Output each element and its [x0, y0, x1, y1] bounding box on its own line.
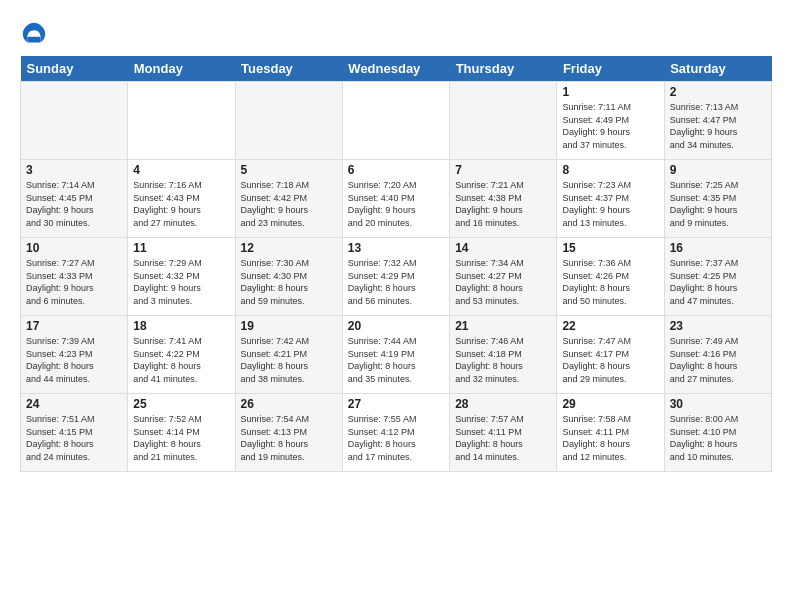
day-cell: 19Sunrise: 7:42 AM Sunset: 4:21 PM Dayli… [235, 316, 342, 394]
day-cell: 6Sunrise: 7:20 AM Sunset: 4:40 PM Daylig… [342, 160, 449, 238]
day-number: 19 [241, 319, 337, 333]
day-number: 3 [26, 163, 122, 177]
day-header-tuesday: Tuesday [235, 56, 342, 82]
day-info: Sunrise: 7:11 AM Sunset: 4:49 PM Dayligh… [562, 102, 631, 150]
day-cell: 16Sunrise: 7:37 AM Sunset: 4:25 PM Dayli… [664, 238, 771, 316]
day-header-monday: Monday [128, 56, 235, 82]
day-number: 21 [455, 319, 551, 333]
day-number: 20 [348, 319, 444, 333]
day-cell: 7Sunrise: 7:21 AM Sunset: 4:38 PM Daylig… [450, 160, 557, 238]
day-cell: 17Sunrise: 7:39 AM Sunset: 4:23 PM Dayli… [21, 316, 128, 394]
day-info: Sunrise: 7:23 AM Sunset: 4:37 PM Dayligh… [562, 180, 631, 228]
day-cell [21, 82, 128, 160]
week-row-2: 3Sunrise: 7:14 AM Sunset: 4:45 PM Daylig… [21, 160, 772, 238]
day-cell: 1Sunrise: 7:11 AM Sunset: 4:49 PM Daylig… [557, 82, 664, 160]
day-number: 14 [455, 241, 551, 255]
day-number: 2 [670, 85, 766, 99]
day-info: Sunrise: 7:20 AM Sunset: 4:40 PM Dayligh… [348, 180, 417, 228]
day-cell: 9Sunrise: 7:25 AM Sunset: 4:35 PM Daylig… [664, 160, 771, 238]
header [20, 20, 772, 48]
day-number: 8 [562, 163, 658, 177]
day-number: 30 [670, 397, 766, 411]
day-number: 7 [455, 163, 551, 177]
day-number: 16 [670, 241, 766, 255]
day-info: Sunrise: 7:47 AM Sunset: 4:17 PM Dayligh… [562, 336, 631, 384]
day-info: Sunrise: 7:51 AM Sunset: 4:15 PM Dayligh… [26, 414, 95, 462]
day-cell: 14Sunrise: 7:34 AM Sunset: 4:27 PM Dayli… [450, 238, 557, 316]
day-number: 15 [562, 241, 658, 255]
calendar-table: SundayMondayTuesdayWednesdayThursdayFrid… [20, 56, 772, 472]
day-info: Sunrise: 7:41 AM Sunset: 4:22 PM Dayligh… [133, 336, 202, 384]
day-info: Sunrise: 7:13 AM Sunset: 4:47 PM Dayligh… [670, 102, 739, 150]
day-info: Sunrise: 7:49 AM Sunset: 4:16 PM Dayligh… [670, 336, 739, 384]
day-number: 10 [26, 241, 122, 255]
logo [20, 20, 52, 48]
week-row-4: 17Sunrise: 7:39 AM Sunset: 4:23 PM Dayli… [21, 316, 772, 394]
day-cell [235, 82, 342, 160]
day-info: Sunrise: 7:25 AM Sunset: 4:35 PM Dayligh… [670, 180, 739, 228]
day-cell: 29Sunrise: 7:58 AM Sunset: 4:11 PM Dayli… [557, 394, 664, 472]
day-info: Sunrise: 7:37 AM Sunset: 4:25 PM Dayligh… [670, 258, 739, 306]
day-number: 26 [241, 397, 337, 411]
day-number: 23 [670, 319, 766, 333]
day-cell: 12Sunrise: 7:30 AM Sunset: 4:30 PM Dayli… [235, 238, 342, 316]
day-number: 18 [133, 319, 229, 333]
day-info: Sunrise: 7:58 AM Sunset: 4:11 PM Dayligh… [562, 414, 631, 462]
day-header-saturday: Saturday [664, 56, 771, 82]
day-cell [342, 82, 449, 160]
day-header-wednesday: Wednesday [342, 56, 449, 82]
day-cell: 2Sunrise: 7:13 AM Sunset: 4:47 PM Daylig… [664, 82, 771, 160]
day-cell: 25Sunrise: 7:52 AM Sunset: 4:14 PM Dayli… [128, 394, 235, 472]
day-info: Sunrise: 7:57 AM Sunset: 4:11 PM Dayligh… [455, 414, 524, 462]
day-number: 28 [455, 397, 551, 411]
day-cell: 5Sunrise: 7:18 AM Sunset: 4:42 PM Daylig… [235, 160, 342, 238]
day-info: Sunrise: 7:14 AM Sunset: 4:45 PM Dayligh… [26, 180, 95, 228]
day-cell: 23Sunrise: 7:49 AM Sunset: 4:16 PM Dayli… [664, 316, 771, 394]
logo-icon [20, 20, 48, 48]
day-number: 25 [133, 397, 229, 411]
day-number: 11 [133, 241, 229, 255]
day-number: 5 [241, 163, 337, 177]
day-info: Sunrise: 7:29 AM Sunset: 4:32 PM Dayligh… [133, 258, 202, 306]
day-info: Sunrise: 7:30 AM Sunset: 4:30 PM Dayligh… [241, 258, 310, 306]
day-number: 22 [562, 319, 658, 333]
day-info: Sunrise: 8:00 AM Sunset: 4:10 PM Dayligh… [670, 414, 739, 462]
svg-rect-0 [27, 37, 40, 43]
day-info: Sunrise: 7:46 AM Sunset: 4:18 PM Dayligh… [455, 336, 524, 384]
day-info: Sunrise: 7:18 AM Sunset: 4:42 PM Dayligh… [241, 180, 310, 228]
day-info: Sunrise: 7:27 AM Sunset: 4:33 PM Dayligh… [26, 258, 95, 306]
week-row-5: 24Sunrise: 7:51 AM Sunset: 4:15 PM Dayli… [21, 394, 772, 472]
day-cell: 24Sunrise: 7:51 AM Sunset: 4:15 PM Dayli… [21, 394, 128, 472]
week-row-1: 1Sunrise: 7:11 AM Sunset: 4:49 PM Daylig… [21, 82, 772, 160]
day-number: 1 [562, 85, 658, 99]
day-info: Sunrise: 7:21 AM Sunset: 4:38 PM Dayligh… [455, 180, 524, 228]
page: SundayMondayTuesdayWednesdayThursdayFrid… [0, 0, 792, 482]
day-cell: 27Sunrise: 7:55 AM Sunset: 4:12 PM Dayli… [342, 394, 449, 472]
day-info: Sunrise: 7:44 AM Sunset: 4:19 PM Dayligh… [348, 336, 417, 384]
day-info: Sunrise: 7:42 AM Sunset: 4:21 PM Dayligh… [241, 336, 310, 384]
day-number: 6 [348, 163, 444, 177]
day-cell: 21Sunrise: 7:46 AM Sunset: 4:18 PM Dayli… [450, 316, 557, 394]
day-cell: 8Sunrise: 7:23 AM Sunset: 4:37 PM Daylig… [557, 160, 664, 238]
day-info: Sunrise: 7:34 AM Sunset: 4:27 PM Dayligh… [455, 258, 524, 306]
day-cell: 13Sunrise: 7:32 AM Sunset: 4:29 PM Dayli… [342, 238, 449, 316]
day-cell: 22Sunrise: 7:47 AM Sunset: 4:17 PM Dayli… [557, 316, 664, 394]
day-number: 9 [670, 163, 766, 177]
day-cell: 15Sunrise: 7:36 AM Sunset: 4:26 PM Dayli… [557, 238, 664, 316]
week-row-3: 10Sunrise: 7:27 AM Sunset: 4:33 PM Dayli… [21, 238, 772, 316]
day-header-friday: Friday [557, 56, 664, 82]
day-number: 17 [26, 319, 122, 333]
day-number: 12 [241, 241, 337, 255]
day-info: Sunrise: 7:52 AM Sunset: 4:14 PM Dayligh… [133, 414, 202, 462]
day-cell [128, 82, 235, 160]
day-cell: 30Sunrise: 8:00 AM Sunset: 4:10 PM Dayli… [664, 394, 771, 472]
day-number: 13 [348, 241, 444, 255]
day-cell: 3Sunrise: 7:14 AM Sunset: 4:45 PM Daylig… [21, 160, 128, 238]
day-cell: 26Sunrise: 7:54 AM Sunset: 4:13 PM Dayli… [235, 394, 342, 472]
day-header-thursday: Thursday [450, 56, 557, 82]
day-number: 24 [26, 397, 122, 411]
day-cell: 4Sunrise: 7:16 AM Sunset: 4:43 PM Daylig… [128, 160, 235, 238]
day-info: Sunrise: 7:32 AM Sunset: 4:29 PM Dayligh… [348, 258, 417, 306]
day-info: Sunrise: 7:36 AM Sunset: 4:26 PM Dayligh… [562, 258, 631, 306]
day-number: 4 [133, 163, 229, 177]
